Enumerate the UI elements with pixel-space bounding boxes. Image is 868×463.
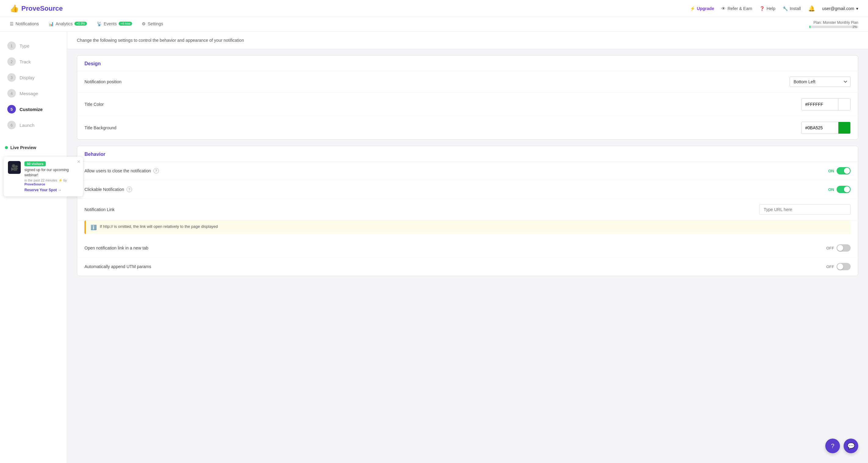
- behavior-card-body: Allow users to close the notification ? …: [77, 162, 858, 276]
- chat-icon: 💬: [847, 442, 855, 450]
- help-link[interactable]: ❓ Help: [760, 6, 775, 11]
- utm-toggle-wrapper: OFF: [826, 263, 850, 270]
- events-badge: +4 new: [119, 22, 132, 26]
- allow-close-help-icon[interactable]: ?: [153, 168, 159, 174]
- step-circle-3: 3: [7, 73, 16, 82]
- sidebar-step-type[interactable]: 1 Type: [0, 38, 67, 54]
- title-bg-input-group: [801, 122, 850, 134]
- design-card-title: Design: [77, 56, 858, 71]
- live-dot: [5, 146, 8, 149]
- title-color-row: Title Color: [77, 93, 858, 116]
- notification-link-label: Notification Link: [85, 207, 759, 212]
- design-card-body: Notification position Bottom Left Bottom…: [77, 71, 858, 140]
- allow-close-toggle-label: ON: [828, 169, 834, 173]
- logo[interactable]: 👍 ProveSource: [10, 4, 63, 13]
- notification-position-row: Notification position Bottom Left Bottom…: [77, 71, 858, 93]
- nav-item-notifications[interactable]: ☰ Notifications: [10, 17, 39, 31]
- help-icon: ❓: [760, 6, 765, 11]
- open-new-tab-control: OFF: [826, 244, 850, 252]
- clickable-label: Clickable Notification ?: [85, 187, 828, 192]
- upgrade-icon: ⚡: [690, 6, 695, 11]
- sub-nav: ☰ Notifications 📊 Analytics +0.9% 📡 Even…: [0, 17, 868, 32]
- plan-area: Plan: Monster Monthly Plan 2%: [809, 21, 858, 28]
- title-bg-label: Title Background: [85, 125, 801, 130]
- sidebar-step-launch[interactable]: 6 Launch: [0, 117, 67, 133]
- utm-toggle-label: OFF: [826, 265, 834, 269]
- nav-item-settings[interactable]: ⚙ Settings: [142, 17, 163, 31]
- sidebar: 1 Type 2 Track 3 Display 4 Message 5 Cus…: [0, 32, 67, 463]
- help-fab-button[interactable]: ?: [825, 439, 840, 453]
- allow-close-row: Allow users to close the notification ? …: [77, 162, 858, 180]
- clickable-toggle-wrapper: ON: [828, 186, 851, 193]
- clickable-control: ON: [828, 186, 851, 193]
- sidebar-step-track[interactable]: 2 Track: [0, 54, 67, 69]
- notification-preview: ✕ 🎥 50 visitors signed up for our upcomi…: [4, 157, 83, 196]
- title-color-swatch[interactable]: [838, 98, 850, 110]
- notification-link-row: Notification Link: [77, 199, 858, 220]
- title-color-label: Title Color: [85, 102, 801, 107]
- title-bg-swatch[interactable]: [838, 122, 850, 133]
- clickable-row: Clickable Notification ? ON: [77, 180, 858, 199]
- close-icon[interactable]: ✕: [77, 159, 81, 164]
- utm-toggle-knob: [837, 264, 843, 270]
- refer-icon: 👁: [721, 6, 725, 11]
- bottom-right-buttons: ? 💬: [825, 439, 858, 453]
- settings-icon: ⚙: [142, 21, 146, 26]
- notif-badge: 50 visitors: [24, 161, 46, 166]
- upgrade-link[interactable]: ⚡ Upgrade: [690, 6, 714, 11]
- plan-bar-label: 2%: [853, 25, 857, 29]
- step-circle-2: 2: [7, 57, 16, 66]
- plan-bar-fill: [809, 26, 810, 28]
- behavior-card-title: Behavior: [77, 146, 858, 162]
- sidebar-step-message[interactable]: 4 Message: [0, 85, 67, 101]
- allow-close-control: ON: [828, 167, 851, 175]
- sidebar-step-display[interactable]: 3 Display: [0, 69, 67, 85]
- notification-link-input[interactable]: [759, 204, 850, 215]
- top-nav: 👍 ProveSource ⚡ Upgrade 👁 Refer & Earn ❓…: [0, 0, 868, 17]
- sidebar-step-customize[interactable]: 5 Customize: [0, 101, 67, 117]
- design-card: Design Notification position Bottom Left…: [77, 55, 858, 140]
- user-menu[interactable]: user@gmail.com ▾: [822, 6, 858, 11]
- open-new-tab-toggle-label: OFF: [826, 246, 834, 250]
- lightning-icon: ⚡: [58, 179, 63, 182]
- notification-position-label: Notification position: [85, 79, 789, 84]
- notif-meta: in the past 22 minutes ⚡ by ProveSource: [24, 179, 79, 186]
- reserve-spot-link[interactable]: Reserve Your Spot →: [24, 188, 79, 192]
- nav-item-events[interactable]: 📡 Events +4 new: [97, 17, 132, 31]
- menu-icon: ☰: [10, 21, 14, 26]
- open-new-tab-toggle[interactable]: [837, 244, 850, 252]
- nav-item-analytics[interactable]: 📊 Analytics +0.9%: [49, 17, 87, 31]
- position-select[interactable]: Bottom Left Bottom Right Top Left Top Ri…: [789, 76, 850, 87]
- open-new-tab-label: Open notification link in a new tab: [85, 246, 826, 250]
- step-circle-6: 6: [7, 121, 16, 129]
- notification-position-control: Bottom Left Bottom Right Top Left Top Ri…: [789, 76, 850, 87]
- chevron-down-icon: ▾: [856, 6, 858, 11]
- clickable-toggle[interactable]: [837, 186, 850, 193]
- behavior-card: Behavior Allow users to close the notifi…: [77, 146, 858, 276]
- clickable-help-icon[interactable]: ?: [127, 187, 132, 192]
- title-bg-text-input[interactable]: [802, 123, 838, 133]
- notification-link-control: [759, 204, 850, 215]
- chat-fab-button[interactable]: 💬: [844, 439, 858, 453]
- notification-bell-icon[interactable]: 🔔: [808, 5, 815, 12]
- provesource-link[interactable]: ProveSource: [24, 182, 45, 186]
- main-layout: 1 Type 2 Track 3 Display 4 Message 5 Cus…: [0, 32, 868, 463]
- analytics-icon: 📊: [49, 21, 54, 26]
- events-icon: 📡: [97, 21, 102, 26]
- utm-params-row: Automatically append UTM params OFF: [77, 257, 858, 276]
- title-color-input-group: [801, 98, 850, 111]
- title-bg-control: [801, 122, 850, 134]
- open-new-tab-toggle-knob: [837, 245, 843, 251]
- title-bg-row: Title Background: [77, 116, 858, 140]
- logo-icon: 👍: [10, 4, 19, 13]
- allow-close-toggle[interactable]: [837, 167, 850, 175]
- step-circle-1: 1: [7, 41, 16, 50]
- step-circle-5: 5: [7, 105, 16, 114]
- notification-content: 50 visitors signed up for our upcoming w…: [24, 161, 79, 192]
- plan-label: Plan: Monster Monthly Plan: [809, 21, 858, 25]
- utm-toggle[interactable]: [837, 263, 850, 270]
- title-color-text-input[interactable]: [802, 99, 838, 109]
- refer-link[interactable]: 👁 Refer & Earn: [721, 6, 752, 11]
- notification-icon: 🎥: [8, 161, 21, 174]
- install-link[interactable]: 🔧 Install: [783, 6, 801, 11]
